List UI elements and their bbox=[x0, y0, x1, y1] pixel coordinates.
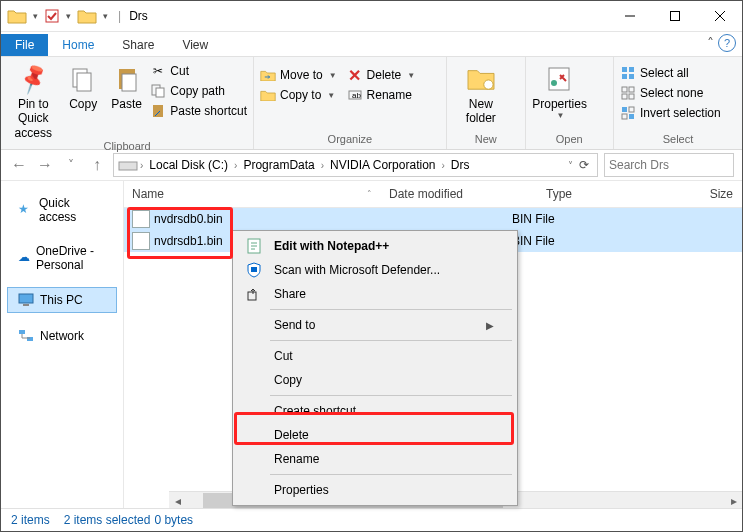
search-input[interactable]: Search Drs bbox=[604, 153, 734, 177]
ctx-properties[interactable]: Properties bbox=[236, 478, 514, 502]
file-row[interactable]: nvdrsdb0.bin BIN File bbox=[124, 208, 742, 230]
ctx-delete[interactable]: Delete bbox=[236, 423, 514, 447]
crumb-0[interactable]: Local Disk (C:) bbox=[145, 158, 232, 172]
close-button[interactable] bbox=[697, 1, 742, 31]
ctx-copy[interactable]: Copy bbox=[236, 368, 514, 392]
forward-button[interactable]: → bbox=[35, 155, 55, 175]
column-headers: Name˄ Date modified Type Size bbox=[124, 181, 742, 208]
addr-dropdown-icon[interactable]: ˅ bbox=[568, 160, 573, 171]
ctx-rename[interactable]: Rename bbox=[236, 447, 514, 471]
nav-onedrive[interactable]: ☁OneDrive - Personal bbox=[7, 239, 117, 277]
status-size: 0 bytes bbox=[154, 513, 193, 527]
select-none-button[interactable]: Select none bbox=[620, 85, 721, 101]
properties-label: Properties bbox=[532, 97, 587, 111]
crumb-3[interactable]: Drs bbox=[447, 158, 474, 172]
moveto-button[interactable]: Move to▼ bbox=[260, 67, 337, 83]
pc-icon bbox=[18, 292, 34, 308]
tab-view[interactable]: View bbox=[168, 34, 222, 56]
svg-rect-19 bbox=[629, 87, 634, 92]
nav-network[interactable]: Network bbox=[7, 323, 117, 349]
pin-quickaccess-button[interactable]: 📌Pin to Quick access bbox=[7, 59, 60, 140]
col-size[interactable]: Size bbox=[665, 187, 742, 201]
svg-rect-27 bbox=[19, 294, 33, 303]
ribbon: 📌Pin to Quick access Copy Paste ✂Cut Cop… bbox=[1, 56, 742, 150]
file-type: BIN File bbox=[512, 212, 622, 226]
moveto-icon bbox=[260, 67, 276, 83]
scroll-left-icon[interactable]: ◂ bbox=[169, 494, 186, 508]
qat-dropdown-icon[interactable]: ▾ bbox=[33, 11, 38, 21]
svg-rect-15 bbox=[629, 67, 634, 72]
paste-button[interactable]: Paste bbox=[107, 59, 146, 111]
svg-rect-20 bbox=[622, 94, 627, 99]
tab-file[interactable]: File bbox=[1, 34, 48, 56]
svg-rect-23 bbox=[629, 107, 634, 112]
svg-rect-12 bbox=[549, 68, 569, 90]
status-selected: 2 items selected bbox=[64, 513, 151, 527]
maximize-button[interactable] bbox=[652, 1, 697, 31]
tab-home[interactable]: Home bbox=[48, 34, 108, 56]
ctx-share[interactable]: Share bbox=[236, 282, 514, 306]
ctx-cut[interactable]: Cut bbox=[236, 344, 514, 368]
rename-button[interactable]: abRename bbox=[347, 87, 416, 103]
back-button[interactable]: ← bbox=[9, 155, 29, 175]
pin-label: Pin to Quick access bbox=[7, 97, 60, 140]
copyto-button[interactable]: Copy to▼ bbox=[260, 87, 337, 103]
pin-icon: 📌 bbox=[12, 58, 55, 101]
copy-button[interactable]: Copy bbox=[64, 59, 103, 111]
svg-rect-8 bbox=[153, 105, 163, 117]
ctx-separator bbox=[270, 340, 512, 341]
delete-button[interactable]: ✕Delete▼ bbox=[347, 67, 416, 83]
col-type[interactable]: Type bbox=[538, 187, 665, 201]
nav-this-pc[interactable]: This PC bbox=[7, 287, 117, 313]
svg-rect-33 bbox=[248, 292, 256, 300]
minimize-button[interactable] bbox=[607, 1, 652, 31]
current-folder-icon bbox=[77, 8, 97, 24]
ctx-send-to[interactable]: Send to▶ bbox=[236, 313, 514, 337]
shield-icon bbox=[244, 260, 264, 280]
invert-selection-button[interactable]: Invert selection bbox=[620, 105, 721, 121]
copy-label: Copy bbox=[69, 97, 97, 111]
ctx-separator bbox=[270, 474, 512, 475]
recent-dropdown[interactable]: ˅ bbox=[61, 155, 81, 175]
details-pane: Name˄ Date modified Type Size nvdrsdb0.b… bbox=[124, 181, 742, 513]
ctx-create-shortcut[interactable]: Create shortcut bbox=[236, 399, 514, 423]
svg-point-13 bbox=[551, 80, 557, 86]
qat-overflow-icon[interactable]: ▾ bbox=[103, 11, 108, 21]
tab-share[interactable]: Share bbox=[108, 34, 168, 56]
new-folder-button[interactable]: New folder bbox=[453, 59, 509, 126]
copypath-button[interactable]: Copy path bbox=[150, 83, 247, 99]
svg-rect-5 bbox=[122, 74, 136, 91]
nav-quick-access[interactable]: ★Quick access bbox=[7, 191, 117, 229]
ctx-scan-defender[interactable]: Scan with Microsoft Defender... bbox=[236, 258, 514, 282]
chevron-right-icon[interactable]: › bbox=[140, 160, 143, 171]
svg-rect-26 bbox=[119, 162, 137, 170]
ctx-edit-notepad[interactable]: Edit with Notepad++ bbox=[236, 234, 514, 258]
col-name[interactable]: Name˄ bbox=[124, 187, 381, 201]
chevron-right-icon[interactable]: › bbox=[234, 160, 237, 171]
qat-dropdown2-icon[interactable]: ▾ bbox=[66, 11, 71, 21]
chevron-right-icon[interactable]: › bbox=[321, 160, 324, 171]
help-icon[interactable]: ? bbox=[718, 34, 736, 52]
scroll-right-icon[interactable]: ▸ bbox=[725, 494, 742, 508]
crumb-2[interactable]: NVIDIA Corporation bbox=[326, 158, 439, 172]
crumb-1[interactable]: ProgramData bbox=[239, 158, 318, 172]
svg-rect-22 bbox=[622, 107, 627, 112]
svg-rect-29 bbox=[19, 330, 25, 334]
svg-rect-28 bbox=[23, 304, 29, 306]
ribbon-expand-icon[interactable]: ˄ bbox=[707, 35, 714, 51]
cut-button[interactable]: ✂Cut bbox=[150, 63, 247, 79]
share-icon bbox=[244, 284, 264, 304]
up-button[interactable]: ↑ bbox=[87, 155, 107, 175]
copyto-icon bbox=[260, 87, 276, 103]
breadcrumb[interactable]: › Local Disk (C:) › ProgramData › NVIDIA… bbox=[113, 153, 598, 177]
svg-rect-21 bbox=[629, 94, 634, 99]
col-date[interactable]: Date modified bbox=[381, 187, 538, 201]
svg-rect-7 bbox=[156, 88, 164, 97]
properties-button[interactable]: Properties▼ bbox=[532, 59, 588, 121]
checkbox-icon[interactable] bbox=[44, 8, 60, 24]
chevron-right-icon[interactable]: › bbox=[441, 160, 444, 171]
paste-shortcut-button[interactable]: Paste shortcut bbox=[150, 103, 247, 119]
svg-rect-24 bbox=[622, 114, 627, 119]
select-all-button[interactable]: Select all bbox=[620, 65, 721, 81]
refresh-button[interactable]: ⟳ bbox=[575, 158, 593, 172]
